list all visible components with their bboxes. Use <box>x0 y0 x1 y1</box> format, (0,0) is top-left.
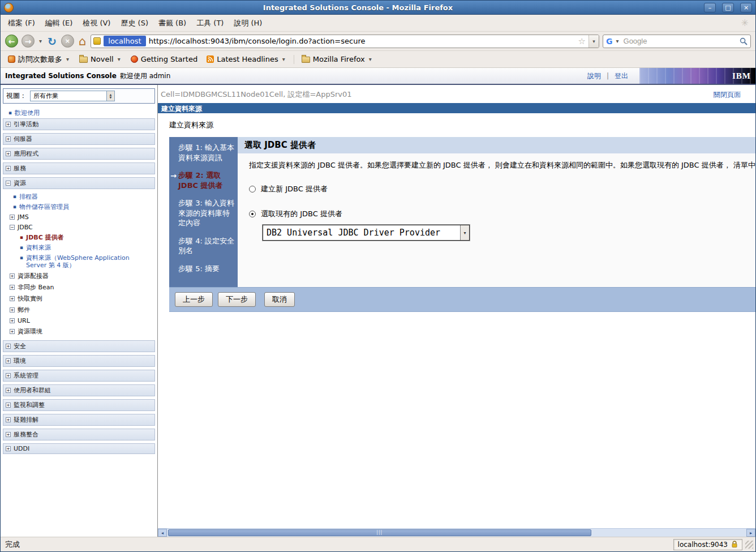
expand-icon[interactable]: + <box>6 122 11 127</box>
scroll-right-icon[interactable]: ▸ <box>746 529 755 537</box>
scrollbar-track[interactable]: ||| <box>167 529 746 537</box>
sidebar-category-service-integration[interactable]: + 服務整合 <box>3 429 155 440</box>
view-select[interactable]: 所有作業 ▲▼ <box>30 91 115 101</box>
scroll-left-icon[interactable]: ◂ <box>158 529 167 537</box>
help-link[interactable]: 說明 <box>587 71 601 81</box>
sidebar-item-jdbc[interactable]: − JDBC <box>6 222 156 233</box>
previous-button[interactable]: 上一步 <box>175 292 213 307</box>
expand-icon[interactable]: + <box>6 446 11 451</box>
menu-edit[interactable]: 編輯 (E) <box>40 15 78 31</box>
url-dropdown-button[interactable]: ▾ <box>589 35 599 48</box>
stop-icon[interactable]: × <box>61 35 74 48</box>
sidebar-category-applications[interactable]: + 應用程式 <box>3 148 155 160</box>
collapse-icon[interactable]: − <box>6 181 11 186</box>
expand-icon[interactable]: + <box>6 373 11 378</box>
expand-icon[interactable]: + <box>6 344 11 349</box>
security-indicator[interactable]: localhost:9043 <box>673 539 742 550</box>
expand-icon[interactable]: + <box>6 417 11 422</box>
sidebar-category-uddi[interactable]: + UDDI <box>3 443 155 454</box>
reload-icon[interactable]: ↻ <box>46 35 58 48</box>
expand-icon[interactable]: + <box>10 215 15 220</box>
menu-tools[interactable]: 工具 (T) <box>191 15 229 31</box>
radio-button-icon[interactable] <box>249 186 256 192</box>
sidebar-item-url[interactable]: + URL <box>6 316 156 326</box>
logout-link[interactable]: 登出 <box>615 71 628 81</box>
bookmark-novell[interactable]: Novell ▾ <box>75 53 126 65</box>
expand-icon[interactable]: + <box>6 403 11 408</box>
bookmark-mozilla-firefox[interactable]: Mozilla Firefox ▾ <box>298 53 377 65</box>
wizard-step-2-current[interactable]: → 步驟 2: 選取 JDBC 提供者 <box>178 170 234 190</box>
bookmark-star-icon[interactable]: ☆ <box>578 36 586 46</box>
radio-button-selected-icon[interactable] <box>249 211 256 217</box>
menu-bookmarks[interactable]: 書籤 (B) <box>153 15 191 31</box>
expand-icon[interactable]: + <box>10 296 15 301</box>
search-input[interactable] <box>622 36 737 46</box>
search-bar[interactable]: G ▾ <box>603 35 751 48</box>
sidebar-category-servers[interactable]: + 伺服器 <box>3 133 155 145</box>
sidebar-item-jms[interactable]: + JMS <box>6 212 156 222</box>
sidebar-category-guided-activities[interactable]: + 引導活動 <box>3 118 155 130</box>
expand-icon[interactable]: + <box>6 432 11 437</box>
bookmark-getting-started[interactable]: Getting Started <box>127 53 202 65</box>
url-text[interactable]: https://localhost:9043/ibm/console/login… <box>149 37 575 45</box>
history-dropdown-icon[interactable]: ▾ <box>38 38 43 44</box>
forward-button[interactable]: → <box>22 35 35 48</box>
radio-select-existing-provider[interactable]: 選取現有的 JDBC 提供者 <box>249 209 755 219</box>
select-dropdown-icon[interactable]: ▾ <box>460 225 469 240</box>
wizard-step-5[interactable]: 步驟 5: 摘要 <box>178 264 234 274</box>
sidebar-category-environment[interactable]: + 環境 <box>3 355 155 367</box>
jdbc-provider-select[interactable]: DB2 Universal JDBC Driver Provider ▾ <box>263 225 470 241</box>
menu-view[interactable]: 檢視 (V) <box>78 15 115 31</box>
sidebar-item-resource-environment[interactable]: + 資源環境 <box>6 326 156 337</box>
expand-icon[interactable]: + <box>6 151 11 156</box>
expand-icon[interactable]: + <box>10 329 15 334</box>
sidebar-item-welcome[interactable]: ▪ 歡迎使用 <box>2 108 156 118</box>
magnifier-icon[interactable] <box>740 37 748 45</box>
expand-icon[interactable]: + <box>6 136 11 142</box>
menu-help[interactable]: 說明 (H) <box>229 15 267 31</box>
wizard-step-4[interactable]: 步驟 4: 設定安全別名 <box>178 236 234 256</box>
resize-grip[interactable] <box>745 541 753 549</box>
radio-create-new-provider[interactable]: 建立新 JDBC 提供者 <box>249 184 755 194</box>
expand-icon[interactable]: + <box>6 358 11 363</box>
expand-icon[interactable]: + <box>6 166 11 171</box>
search-engine-dropdown-icon[interactable]: ▾ <box>615 38 620 44</box>
bookmark-most-visited[interactable]: 訪問次數最多 ▾ <box>4 53 74 66</box>
wizard-step-3[interactable]: 步驟 3: 輸入資料來源的資料庫特定內容 <box>178 198 234 228</box>
maximize-button[interactable]: □ <box>722 3 734 12</box>
expand-icon[interactable]: + <box>10 285 15 290</box>
home-icon[interactable]: ⌂ <box>78 35 87 48</box>
site-identity-button[interactable]: localhost <box>104 36 145 46</box>
sidebar-category-users-groups[interactable]: + 使用者和群組 <box>3 384 155 396</box>
sidebar-item-data-sources[interactable]: ▪ 資料來源 <box>14 243 156 253</box>
sidebar-item-schedulers[interactable]: ▪ 排程器 <box>6 192 156 202</box>
sidebar-item-object-pool-managers[interactable]: ▪ 物件儲存區管理員 <box>6 202 156 212</box>
wizard-step-1[interactable]: 步驟 1: 輸入基本資料來源資訊 <box>178 143 234 162</box>
sidebar-item-jdbc-providers[interactable]: ▪ JDBC 提供者 <box>14 233 156 243</box>
back-button[interactable]: ← <box>5 35 18 48</box>
sidebar-item-cache-instances[interactable]: + 快取實例 <box>6 293 156 305</box>
bookmark-latest-headlines[interactable]: Latest Headlines ▾ <box>203 53 290 65</box>
collapse-icon[interactable]: − <box>10 225 15 230</box>
sidebar-item-data-sources-v4[interactable]: ▪ 資料來源（WebSphere Application Server 第 4 … <box>14 253 156 271</box>
sidebar-category-system-administration[interactable]: + 系統管理 <box>3 370 155 382</box>
sidebar-category-resources[interactable]: − 資源 <box>3 177 155 189</box>
sidebar-item-async-beans[interactable]: + 非同步 Bean <box>6 282 156 293</box>
url-bar[interactable]: localhost https://localhost:9043/ibm/con… <box>91 35 599 48</box>
expand-icon[interactable]: + <box>10 307 15 313</box>
menu-history[interactable]: 歷史 (S) <box>115 15 153 31</box>
close-button[interactable]: × <box>740 3 752 12</box>
scrollbar-thumb[interactable]: ||| <box>168 529 591 536</box>
sidebar-category-troubleshooting[interactable]: + 疑難排解 <box>3 414 155 426</box>
sidebar-category-security[interactable]: + 安全 <box>3 340 155 352</box>
sidebar-item-resource-adapters[interactable]: + 資源配接器 <box>6 271 156 282</box>
sidebar-category-services[interactable]: + 服務 <box>3 162 155 174</box>
minimize-button[interactable]: – <box>704 3 716 12</box>
expand-icon[interactable]: + <box>6 388 11 393</box>
next-button[interactable]: 下一步 <box>218 292 256 307</box>
view-select-spinner-icon[interactable]: ▲▼ <box>106 91 114 101</box>
sidebar-item-mail[interactable]: + 郵件 <box>6 305 156 316</box>
horizontal-scrollbar[interactable]: ◂ ||| ▸ <box>158 528 755 537</box>
sidebar-category-monitoring-tuning[interactable]: + 監視和調整 <box>3 399 155 411</box>
expand-icon[interactable]: + <box>10 273 15 279</box>
